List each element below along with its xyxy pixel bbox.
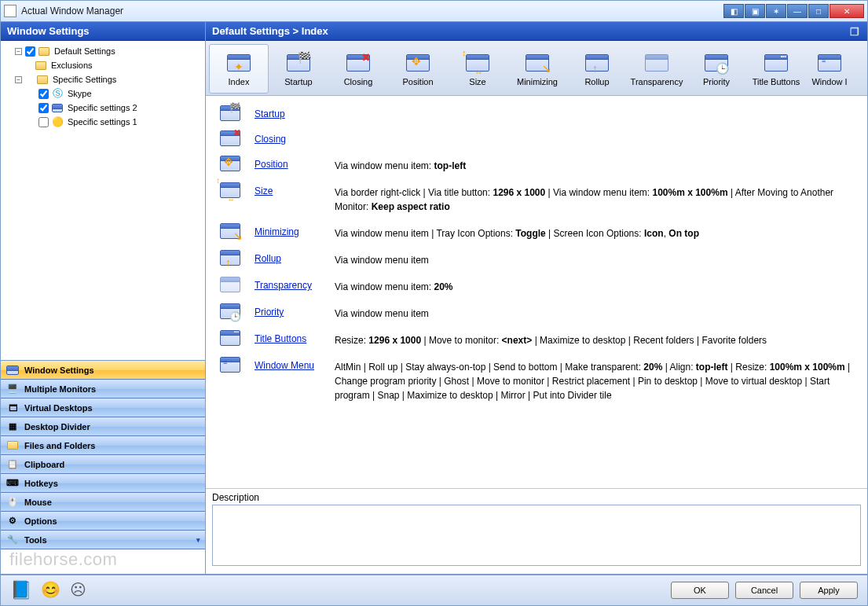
priority-icon: 🕒: [704, 52, 729, 74]
extra-btn-2[interactable]: ▣: [745, 4, 765, 18]
tool-position[interactable]: ✥ Position: [388, 44, 448, 94]
tree-label: Default Settings: [53, 46, 117, 56]
cat-tools[interactable]: 🔧 Tools ▾: [1, 531, 205, 549]
tool-label: Position: [402, 77, 433, 86]
tree-check[interactable]: [25, 46, 35, 57]
chevron-down-icon: ▾: [196, 536, 200, 544]
close-button[interactable]: ✕: [830, 4, 864, 18]
tools-icon: 🔧: [5, 534, 20, 546]
link-closing[interactable]: Closing: [255, 134, 286, 145]
app-icon: [4, 5, 16, 17]
tool-minimizing[interactable]: ↘ Minimizing: [507, 44, 567, 94]
cat-clipboard[interactable]: 📋 Clipboard: [1, 455, 205, 474]
extra-btn-1[interactable]: ◧: [723, 4, 744, 18]
cat-mouse[interactable]: 🖱️ Mouse: [1, 493, 205, 512]
desc-transparency: Via window menu item: 20%: [335, 277, 859, 294]
copy-icon[interactable]: ❐: [850, 26, 861, 37]
tool-priority[interactable]: 🕒 Priority: [687, 44, 746, 94]
tree-item-spec1[interactable]: 🟡 Specific settings 1: [2, 115, 203, 129]
size-icon: ↕↔: [220, 182, 240, 198]
tool-title-buttons[interactable]: ••• Title Buttons: [746, 44, 806, 94]
idx-minimizing: ↘ Minimizing Via window menu item | Tray…: [214, 223, 859, 241]
tool-size[interactable]: ↕↔ Size: [448, 44, 507, 94]
cat-hotkeys[interactable]: ⌨ Hotkeys: [1, 474, 205, 493]
tree-item-specific[interactable]: − Specific Settings: [2, 72, 203, 86]
cat-window-settings[interactable]: Window Settings: [1, 361, 205, 380]
folder-icon: [38, 45, 50, 57]
description-input[interactable]: [212, 505, 861, 566]
link-minimizing[interactable]: Minimizing: [255, 226, 299, 237]
cat-desktop-divider[interactable]: ▦ Desktop Divider: [1, 417, 205, 436]
tool-index[interactable]: ✦ Index: [209, 44, 269, 94]
folder-icon: [35, 59, 47, 72]
collapse-icon[interactable]: −: [15, 76, 22, 83]
link-rollup[interactable]: Rollup: [255, 253, 281, 264]
index-content: 🏁 Startup ✖ Closing ✥ Position Via windo…: [206, 96, 867, 488]
tree-check[interactable]: [38, 103, 49, 113]
options-icon: ⚙: [5, 515, 20, 527]
extra-btn-3[interactable]: ✶: [766, 4, 786, 18]
category-list: Window Settings 🖥️ Multiple Monitors 🗔 V…: [1, 360, 205, 549]
link-position[interactable]: Position: [255, 159, 288, 170]
desc-closing: [335, 130, 859, 134]
tree-check[interactable]: [38, 89, 49, 99]
monitors-icon: 🖥️: [5, 383, 20, 395]
cat-virtual-desktops[interactable]: 🗔 Virtual Desktops: [1, 398, 205, 417]
cat-label: Hotkeys: [24, 479, 58, 488]
tool-label: Size: [469, 77, 485, 86]
link-priority[interactable]: Priority: [255, 307, 284, 318]
priority-icon: 🕒: [220, 303, 240, 319]
apply-button[interactable]: Apply: [800, 582, 858, 599]
cat-label: Options: [24, 516, 57, 526]
tree-item-skype[interactable]: Ⓢ Skype: [2, 86, 203, 101]
ok-button[interactable]: OK: [671, 582, 729, 599]
tree-check[interactable]: [38, 117, 49, 127]
title-buttons-icon: •••: [764, 52, 789, 74]
virtual-desktops-icon: 🗔: [5, 402, 20, 414]
minimize-button[interactable]: —: [787, 4, 808, 18]
tool-startup[interactable]: 🏁 Startup: [269, 44, 328, 94]
tool-label: Title Buttons: [753, 77, 800, 86]
tree-item-exclusions[interactable]: Exclusions: [2, 58, 203, 72]
cat-files-folders[interactable]: Files and Folders: [1, 436, 205, 455]
hotkeys-icon: ⌨: [5, 477, 20, 490]
idx-titlebuttons: ••• Title Buttons Resize: 1296 x 1000 | …: [214, 330, 859, 347]
link-titlebuttons[interactable]: Title Buttons: [255, 333, 306, 344]
tree-item-default[interactable]: − Default Settings: [2, 44, 203, 58]
window-icon: [51, 101, 64, 114]
tool-label: Priority: [703, 77, 730, 86]
link-windowmenu[interactable]: Window Menu: [255, 360, 314, 371]
help-icon[interactable]: 📘: [10, 580, 31, 600]
feedback-sad-icon[interactable]: ☹: [70, 580, 86, 600]
maximize-button[interactable]: □: [808, 4, 829, 18]
link-size[interactable]: Size: [255, 185, 273, 196]
link-transparency[interactable]: Transparency: [255, 280, 312, 291]
cat-label: Tools: [24, 535, 47, 545]
link-startup[interactable]: Startup: [255, 108, 285, 119]
tool-rollup[interactable]: ↑ Rollup: [567, 44, 627, 94]
cat-multiple-monitors[interactable]: 🖥️ Multiple Monitors: [1, 380, 205, 398]
closing-icon: ✖: [346, 52, 371, 74]
description-section: Description: [206, 488, 867, 574]
desc-windowmenu: AltMin | Roll up | Stay always-on-top | …: [335, 357, 859, 402]
tree-item-spec2[interactable]: Specific settings 2: [2, 101, 203, 115]
tree-label: Exclusions: [49, 61, 94, 70]
description-label: Description: [212, 492, 861, 503]
cat-options[interactable]: ⚙ Options: [1, 512, 205, 531]
desc-startup: [335, 105, 859, 108]
title-buttons-icon: •••: [220, 330, 240, 346]
tool-closing[interactable]: ✖ Closing: [328, 44, 388, 94]
tool-window-menu[interactable]: ≡ Window I: [806, 44, 853, 94]
clipboard-icon: 📋: [5, 458, 20, 471]
desc-priority: Via window menu item: [335, 303, 859, 321]
desc-minimizing: Via window menu item | Tray Icon Options…: [335, 223, 859, 241]
idx-position: ✥ Position Via window menu item: top-lef…: [214, 156, 859, 173]
settings-tree[interactable]: − Default Settings Exclusions − Specific…: [1, 41, 205, 360]
cancel-button[interactable]: Cancel: [735, 582, 793, 599]
collapse-icon[interactable]: −: [15, 48, 22, 55]
index-icon: ✦: [226, 52, 251, 74]
tool-transparency[interactable]: Transparency: [627, 44, 687, 94]
desc-size: Via border right-click | Via title butto…: [335, 182, 859, 214]
minimizing-icon: ↘: [220, 223, 240, 239]
feedback-icon[interactable]: 😊: [41, 580, 60, 600]
